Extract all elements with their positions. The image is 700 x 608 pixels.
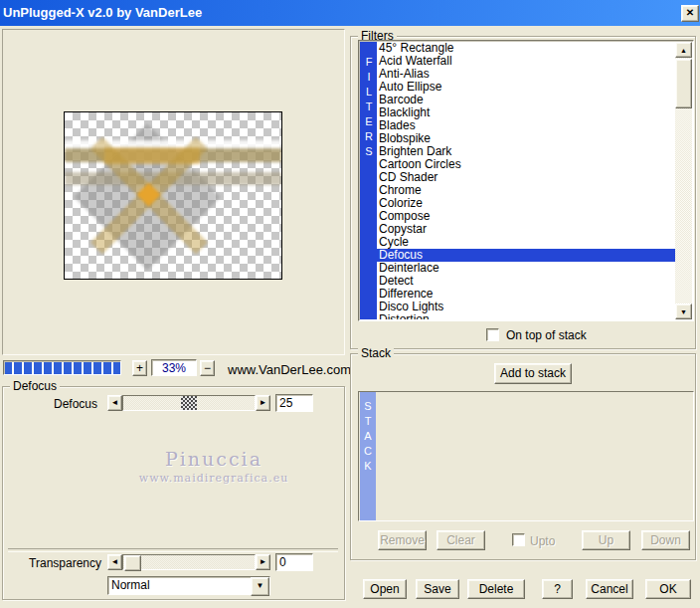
scroll-down-icon[interactable]: ▼ (675, 304, 692, 319)
transparency-slider-label: Transparency (20, 556, 101, 570)
transparency-left-arrow-button[interactable]: ◄ (107, 554, 122, 570)
save-button[interactable]: Save (416, 579, 459, 599)
defocus-value-input[interactable]: 25 (275, 394, 313, 412)
filter-list-item[interactable]: Copystar (377, 223, 675, 236)
defocus-slider-track[interactable] (122, 395, 256, 411)
watermark-title: Pinuccia (109, 448, 318, 470)
title-bar[interactable]: UnPlugged-X v2.0 by VanDerLee (0, 0, 700, 26)
upto-label: Upto (530, 534, 555, 548)
defocus-left-arrow-button[interactable]: ◄ (107, 395, 122, 411)
preview-panel (2, 29, 345, 355)
vanderlee-site-label: www.VanDerLee.com (228, 362, 351, 377)
stack-group-label: Stack (358, 346, 394, 360)
filter-list-item[interactable]: Distortion (377, 313, 675, 319)
filter-list-item[interactable]: Deinterlace (377, 262, 675, 275)
close-icon[interactable]: ✕ (681, 5, 699, 22)
defocus-group-label: Defocus (10, 379, 60, 393)
filters-scrollbar[interactable]: ▲ ▼ (675, 42, 692, 319)
on-top-of-stack-label: On top of stack (506, 328, 587, 342)
defocus-slider-thumb[interactable] (181, 396, 197, 410)
zoom-in-button[interactable]: + (132, 360, 147, 376)
stack-list-area: STACK (358, 391, 694, 521)
scrollbar-thumb[interactable] (675, 59, 692, 108)
unplugged-x-dialog: UnPlugged-X v2.0 by VanDerLee ✕ + 33% − … (0, 0, 700, 608)
scroll-up-icon[interactable]: ▲ (675, 42, 692, 58)
preview-shapes (65, 112, 281, 279)
open-button[interactable]: Open (363, 579, 407, 599)
transparency-slider-track[interactable] (122, 554, 256, 570)
defocus-slider-label: Defocus (20, 397, 97, 411)
ok-button[interactable]: OK (645, 579, 691, 599)
window-title: UnPlugged-X v2.0 by VanDerLee (3, 5, 202, 20)
transparency-right-arrow-button[interactable]: ► (256, 554, 270, 570)
filter-list-item[interactable]: CD Shader (377, 171, 675, 184)
filters-list: 45° RectangleAcid WaterfallAnti-AliasAut… (377, 42, 675, 319)
defocus-right-arrow-button[interactable]: ► (256, 395, 270, 411)
zoom-percent-value: 33% (151, 359, 197, 376)
transparency-slider-thumb[interactable] (124, 555, 141, 571)
filters-listbox: FILTERS 45° RectangleAcid WaterfallAnti-… (358, 40, 694, 321)
clear-button[interactable]: Clear (437, 530, 485, 550)
on-top-of-stack-checkbox[interactable] (486, 328, 499, 341)
zoom-out-button[interactable]: − (200, 360, 215, 376)
help-button[interactable]: ? (542, 579, 573, 599)
cancel-button[interactable]: Cancel (586, 579, 633, 599)
add-to-stack-button[interactable]: Add to stack (494, 363, 572, 384)
upto-checkbox[interactable] (512, 533, 525, 546)
preview-image[interactable] (64, 111, 282, 280)
chevron-down-icon[interactable]: ▼ (251, 577, 269, 596)
remove-button[interactable]: Remove (378, 530, 427, 550)
watermark-url: www.maidiregrafica.eu (109, 472, 318, 485)
progress-bar (3, 360, 121, 375)
blend-mode-value: Normal (111, 578, 150, 593)
down-button[interactable]: Down (641, 530, 690, 550)
divider (8, 548, 338, 552)
blend-mode-select[interactable]: Normal ▼ (107, 576, 270, 595)
delete-button[interactable]: Delete (467, 579, 525, 599)
filter-list-item[interactable]: Blacklight (377, 106, 675, 119)
stack-vertical-label: STACK (360, 392, 376, 520)
up-button[interactable]: Up (582, 530, 630, 550)
filters-vertical-label: FILTERS (360, 42, 377, 319)
transparency-value-input[interactable]: 0 (275, 553, 313, 571)
